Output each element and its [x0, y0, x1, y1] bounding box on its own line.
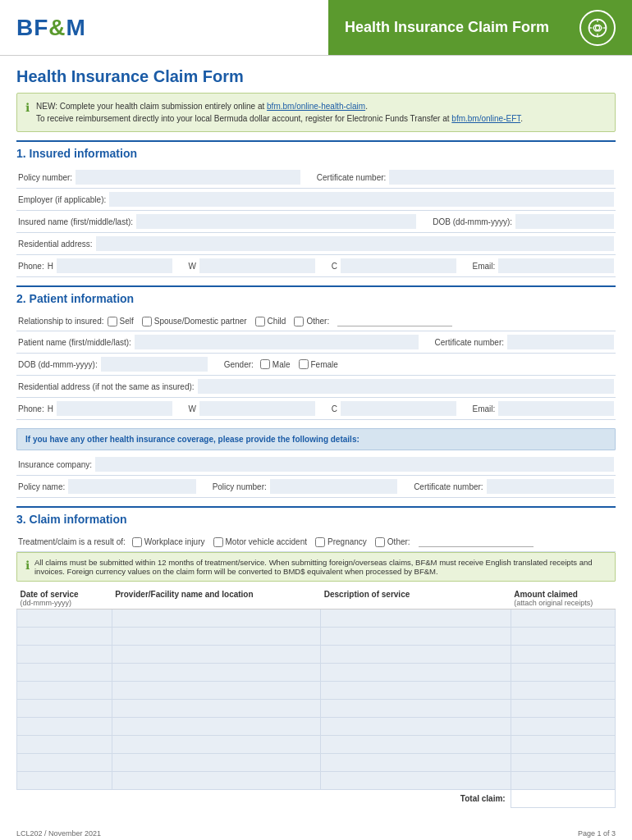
- claim-input-5-3[interactable]: [515, 704, 611, 713]
- claim-input-1-0[interactable]: [21, 632, 108, 641]
- phone-c-input[interactable]: [341, 258, 456, 273]
- eft-link[interactable]: bfm.bm/online-EFT: [451, 114, 520, 123]
- claim-cell-7-2[interactable]: [321, 736, 511, 754]
- rel-child-checkbox[interactable]: [255, 317, 265, 326]
- claim-cell-3-2[interactable]: [321, 664, 511, 682]
- rel-spouse-item[interactable]: Spouse/Domestic partner: [142, 317, 247, 326]
- rel-self-item[interactable]: Self: [108, 317, 134, 326]
- claim-input-9-0[interactable]: [21, 776, 108, 785]
- patient-dob-input[interactable]: [101, 357, 208, 372]
- claim-input-4-1[interactable]: [116, 686, 318, 695]
- claim-cell-4-0[interactable]: [17, 682, 112, 700]
- treat-motor-item[interactable]: Motor vehicle accident: [213, 537, 308, 547]
- claim-input-8-0[interactable]: [21, 758, 108, 767]
- claim-cell-5-3[interactable]: [511, 700, 615, 718]
- other-policy-number-input[interactable]: [270, 479, 397, 494]
- claim-input-6-3[interactable]: [515, 722, 611, 731]
- claim-cell-6-1[interactable]: [112, 718, 321, 736]
- claim-input-6-1[interactable]: [116, 722, 318, 731]
- other-policy-name-input[interactable]: [68, 479, 195, 494]
- rel-other-checkbox[interactable]: [294, 317, 304, 326]
- claim-input-1-3[interactable]: [515, 632, 611, 641]
- other-cert-input[interactable]: [487, 479, 614, 494]
- claim-cell-5-2[interactable]: [321, 700, 511, 718]
- claim-input-4-3[interactable]: [515, 686, 611, 695]
- rel-self-checkbox[interactable]: [108, 317, 117, 326]
- patient-residential-input[interactable]: [198, 379, 614, 394]
- claim-input-5-2[interactable]: [324, 704, 506, 713]
- claim-input-5-0[interactable]: [21, 704, 108, 713]
- treat-workplace-item[interactable]: Workplace injury: [132, 537, 205, 547]
- claim-cell-3-0[interactable]: [17, 664, 112, 682]
- treat-pregnancy-checkbox[interactable]: [315, 537, 325, 547]
- claim-cell-2-2[interactable]: [321, 646, 511, 664]
- treat-motor-checkbox[interactable]: [213, 537, 223, 547]
- total-field-cell[interactable]: [511, 790, 615, 808]
- claim-cell-8-2[interactable]: [321, 754, 511, 772]
- employer-input[interactable]: [109, 192, 614, 207]
- phone-w-input[interactable]: [199, 258, 315, 273]
- insured-name-input[interactable]: [136, 214, 416, 229]
- claim-cell-2-3[interactable]: [511, 646, 615, 664]
- claim-input-1-2[interactable]: [324, 632, 506, 641]
- treat-other-input[interactable]: [419, 537, 534, 547]
- claim-cell-1-3[interactable]: [511, 628, 615, 646]
- total-amount-input[interactable]: [515, 794, 611, 803]
- claim-cell-9-3[interactable]: [511, 772, 615, 790]
- rel-other-input[interactable]: [337, 317, 452, 326]
- patient-name-input[interactable]: [135, 335, 419, 349]
- claim-cell-6-3[interactable]: [511, 718, 615, 736]
- claim-input-8-1[interactable]: [116, 758, 318, 767]
- claim-input-6-0[interactable]: [21, 722, 108, 731]
- claim-input-3-1[interactable]: [116, 668, 318, 677]
- gender-female-checkbox[interactable]: [299, 359, 309, 369]
- claim-input-8-3[interactable]: [515, 758, 611, 767]
- claim-cell-5-0[interactable]: [17, 700, 112, 718]
- claim-cell-9-2[interactable]: [321, 772, 511, 790]
- claim-input-7-3[interactable]: [515, 740, 611, 749]
- patient-phone-w-input[interactable]: [199, 401, 315, 416]
- treat-other-checkbox[interactable]: [375, 537, 385, 547]
- claim-cell-4-2[interactable]: [321, 682, 511, 700]
- claim-cell-0-3[interactable]: [511, 609, 615, 628]
- rel-other-item[interactable]: Other:: [294, 317, 329, 326]
- claim-input-2-2[interactable]: [324, 650, 506, 659]
- claim-input-5-1[interactable]: [116, 704, 318, 713]
- claim-input-8-2[interactable]: [324, 758, 506, 767]
- treat-other-item[interactable]: Other:: [375, 537, 410, 547]
- claim-cell-7-1[interactable]: [112, 736, 321, 754]
- claim-input-7-2[interactable]: [324, 740, 506, 749]
- claim-input-7-1[interactable]: [116, 740, 318, 749]
- claim-input-3-3[interactable]: [515, 668, 611, 677]
- claim-input-4-0[interactable]: [21, 686, 108, 695]
- online-claim-link[interactable]: bfm.bm/online-health-claim: [267, 102, 365, 111]
- dob-input[interactable]: [515, 214, 614, 229]
- claim-cell-2-1[interactable]: [112, 646, 321, 664]
- gender-male-item[interactable]: Male: [260, 359, 291, 369]
- claim-cell-4-1[interactable]: [112, 682, 321, 700]
- claim-cell-5-1[interactable]: [112, 700, 321, 718]
- claim-input-6-2[interactable]: [324, 722, 506, 731]
- claim-cell-3-3[interactable]: [511, 664, 615, 682]
- patient-email-input[interactable]: [498, 401, 614, 416]
- claim-cell-2-0[interactable]: [17, 646, 112, 664]
- treat-pregnancy-item[interactable]: Pregnancy: [315, 537, 367, 547]
- claim-cell-1-2[interactable]: [321, 628, 511, 646]
- claim-input-2-0[interactable]: [21, 650, 108, 659]
- claim-cell-3-1[interactable]: [112, 664, 321, 682]
- claim-cell-7-0[interactable]: [17, 736, 112, 754]
- email-input[interactable]: [498, 258, 614, 273]
- claim-cell-6-0[interactable]: [17, 718, 112, 736]
- claim-input-3-2[interactable]: [324, 668, 506, 677]
- insurance-company-input[interactable]: [95, 457, 614, 472]
- claim-input-0-2[interactable]: [324, 614, 506, 623]
- claim-cell-1-0[interactable]: [17, 628, 112, 646]
- claim-input-4-2[interactable]: [324, 686, 506, 695]
- claim-input-3-0[interactable]: [21, 668, 108, 677]
- claim-cell-8-3[interactable]: [511, 754, 615, 772]
- rel-child-item[interactable]: Child: [255, 317, 286, 326]
- claim-input-7-0[interactable]: [21, 740, 108, 749]
- claim-cell-0-0[interactable]: [17, 609, 112, 628]
- claim-cell-1-1[interactable]: [112, 628, 321, 646]
- claim-input-2-1[interactable]: [116, 650, 318, 659]
